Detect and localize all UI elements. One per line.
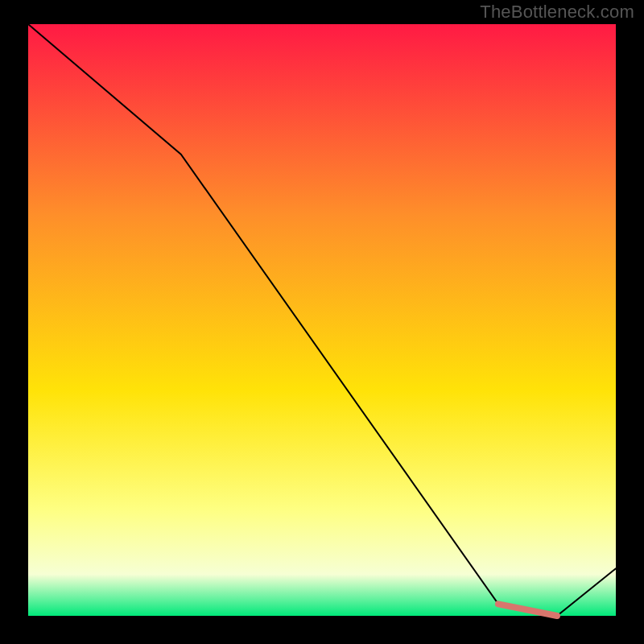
chart-frame: TheBottleneck.com [0,0,644,644]
watermark-text: TheBottleneck.com [480,2,634,23]
gradient-background [28,24,616,616]
bottleneck-chart [0,0,644,644]
